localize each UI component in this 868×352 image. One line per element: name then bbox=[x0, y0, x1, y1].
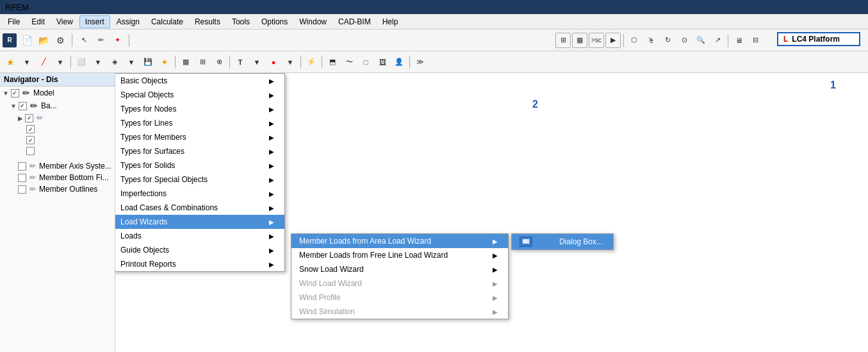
menu-cad-bim[interactable]: CAD-BIM bbox=[333, 16, 376, 28]
menu-edit[interactable]: Edit bbox=[26, 16, 50, 28]
wave-btn[interactable]: 〜 bbox=[341, 54, 357, 70]
img-btn[interactable]: 🖼 bbox=[375, 54, 390, 70]
nav-label-model: Model bbox=[33, 88, 54, 97]
menu-load-cases[interactable]: Load Cases & Combinations ▶ bbox=[115, 201, 284, 215]
nav-header: Navigator - Dis bbox=[0, 73, 115, 87]
menu-file[interactable]: File bbox=[3, 16, 25, 28]
types-special-arrow: ▶ bbox=[269, 176, 274, 183]
letter-t-btn[interactable]: T bbox=[233, 54, 248, 70]
menu-special-objects[interactable]: Special Objects ▶ bbox=[115, 88, 284, 102]
cursor-btn[interactable]: ↖ bbox=[76, 33, 92, 48]
star2-btn[interactable]: ✦ bbox=[157, 54, 172, 70]
arrow-btn[interactable]: ▼ bbox=[19, 54, 35, 70]
person-btn[interactable]: 👤 bbox=[391, 54, 407, 70]
sub3-checkbox[interactable] bbox=[26, 136, 35, 144]
base-checkbox[interactable] bbox=[19, 102, 27, 110]
lc-box[interactable]: L LC4 Platform bbox=[777, 32, 860, 46]
draw-btn[interactable]: ✏ bbox=[93, 33, 108, 48]
filter-btn[interactable]: ⚡ bbox=[304, 54, 319, 70]
menu-help[interactable]: Help bbox=[377, 16, 404, 28]
menu-tools[interactable]: Tools bbox=[227, 16, 255, 28]
bottom-checkbox[interactable] bbox=[18, 174, 26, 182]
menu-wind-load[interactable]: Wind Load Wizard ▶ bbox=[291, 276, 508, 290]
nav-row-sub1[interactable]: ▶ ✏ bbox=[0, 112, 115, 124]
sub4-checkbox[interactable] bbox=[26, 147, 35, 155]
grid2-btn[interactable]: ▦ bbox=[178, 54, 193, 70]
shape-btn1[interactable]: ⬡ bbox=[626, 33, 642, 48]
menu-window[interactable]: Window bbox=[294, 16, 332, 28]
settings-btn[interactable]: ⚙ bbox=[53, 33, 68, 48]
export-btn[interactable]: ↗ bbox=[710, 33, 725, 48]
menu-types-lines[interactable]: Types for Lines ▶ bbox=[115, 116, 284, 130]
nav-row-sub2[interactable] bbox=[0, 124, 115, 135]
monitor-btn[interactable]: 🖥 bbox=[731, 33, 746, 48]
nav-row-base[interactable]: ▼ ✏ Ba... bbox=[0, 99, 115, 112]
menu-wind-simulation[interactable]: Wind Simulation ▶ bbox=[291, 305, 508, 319]
star-btn[interactable]: ★ bbox=[3, 54, 18, 70]
menu-calculate[interactable]: Calculate bbox=[146, 16, 188, 28]
save-btn[interactable]: 💾 bbox=[140, 54, 156, 70]
move-btn[interactable]: ⊕ bbox=[211, 54, 227, 70]
view-btn[interactable]: ⊙ bbox=[676, 33, 692, 48]
menu-guide-objects[interactable]: Guide Objects ▶ bbox=[115, 243, 284, 257]
menu-types-surfaces[interactable]: Types for Surfaces ▶ bbox=[115, 144, 284, 158]
menu-types-solids[interactable]: Types for Solids ▶ bbox=[115, 158, 284, 172]
nav-row-sub3[interactable] bbox=[0, 135, 115, 146]
axis-checkbox[interactable] bbox=[18, 162, 26, 171]
grid3-btn[interactable]: ⊞ bbox=[195, 54, 210, 70]
menu-load-wizards[interactable]: Load Wizards ▶ bbox=[115, 215, 284, 229]
box-btn[interactable]: ⬜ bbox=[74, 54, 89, 70]
frame-btn[interactable]: ⬒ bbox=[325, 54, 340, 70]
menu-imperfections[interactable]: Imperfections ▶ bbox=[115, 187, 284, 201]
menu-loads[interactable]: Loads ▶ bbox=[115, 229, 284, 243]
new-btn[interactable]: 📄 bbox=[19, 33, 35, 48]
arrow5-btn[interactable]: ▼ bbox=[249, 54, 265, 70]
nav-row-model[interactable]: ▼ ✏ Model bbox=[0, 87, 115, 99]
arrow3-btn[interactable]: ▼ bbox=[90, 54, 106, 70]
menu-assign[interactable]: Assign bbox=[111, 16, 145, 28]
model-checkbox[interactable] bbox=[11, 89, 19, 97]
square-btn[interactable]: □ bbox=[358, 54, 373, 70]
lc-label: L bbox=[783, 35, 788, 44]
menu-options[interactable]: Options bbox=[256, 16, 293, 28]
menu-types-nodes[interactable]: Types for Nodes ▶ bbox=[115, 102, 284, 116]
open-btn[interactable]: 📂 bbox=[36, 33, 51, 48]
monitor2-btn[interactable]: ⊟ bbox=[748, 33, 763, 48]
menu-dialog-box[interactable]: Dialog Box... bbox=[512, 234, 613, 249]
zoom-btn[interactable]: 🔍 bbox=[693, 33, 708, 48]
snow-load-arrow: ▶ bbox=[493, 266, 498, 273]
cursor-select-btn[interactable]: 🖱 bbox=[643, 33, 659, 48]
sep4 bbox=[728, 34, 728, 47]
nav-row-outlines[interactable]: ✏ Member Outlines bbox=[0, 183, 115, 195]
menu-snow-load[interactable]: Snow Load Wizard ▶ bbox=[291, 262, 508, 276]
grid-btn[interactable]: ▦ bbox=[572, 33, 587, 48]
table-btn[interactable]: ⊞ bbox=[555, 33, 571, 48]
calc-btn[interactable]: ▶ bbox=[605, 33, 621, 48]
more-btn[interactable]: ≫ bbox=[413, 54, 428, 70]
arrow6-btn[interactable]: ▼ bbox=[283, 54, 298, 70]
nav-row-sub4[interactable] bbox=[0, 146, 115, 156]
menu-types-members[interactable]: Types for Members ▶ bbox=[115, 130, 284, 144]
menu-view[interactable]: View bbox=[51, 16, 78, 28]
arrow2-btn[interactable]: ▼ bbox=[53, 54, 68, 70]
menu-types-special[interactable]: Types for Special Objects ▶ bbox=[115, 172, 284, 187]
node-btn[interactable]: ✦ bbox=[110, 33, 125, 48]
nav-row-axis[interactable]: ✏ Member Axis Syste... bbox=[0, 160, 115, 172]
outlines-checkbox[interactable] bbox=[18, 185, 26, 194]
menu-basic-objects[interactable]: Basic Objects ▶ bbox=[115, 74, 284, 88]
menu-member-loads-free[interactable]: Member Loads from Free Line Load Wizard … bbox=[291, 248, 508, 262]
menu-insert[interactable]: Insert bbox=[79, 15, 110, 28]
menu-printout-reports[interactable]: Printout Reports ▶ bbox=[115, 257, 284, 271]
sub2-checkbox[interactable] bbox=[26, 125, 35, 133]
sub1-checkbox[interactable] bbox=[25, 114, 33, 122]
code-btn[interactable]: >sc bbox=[589, 33, 604, 48]
menu-member-loads-area[interactable]: Member Loads from Area Load Wizard ▶ bbox=[291, 234, 508, 248]
menu-results[interactable]: Results bbox=[190, 16, 225, 28]
arrow4-btn[interactable]: ▼ bbox=[124, 54, 139, 70]
nav-row-bottom[interactable]: ✏ Member Bottom Fi... bbox=[0, 172, 115, 183]
menu-wind-profile[interactable]: Wind Profile ▶ bbox=[291, 290, 508, 305]
rotate-btn[interactable]: ↻ bbox=[660, 33, 675, 48]
line-btn[interactable]: ╱ bbox=[36, 54, 51, 70]
shape3d-btn[interactable]: ◈ bbox=[107, 54, 122, 70]
dot-btn[interactable]: ● bbox=[266, 54, 281, 70]
